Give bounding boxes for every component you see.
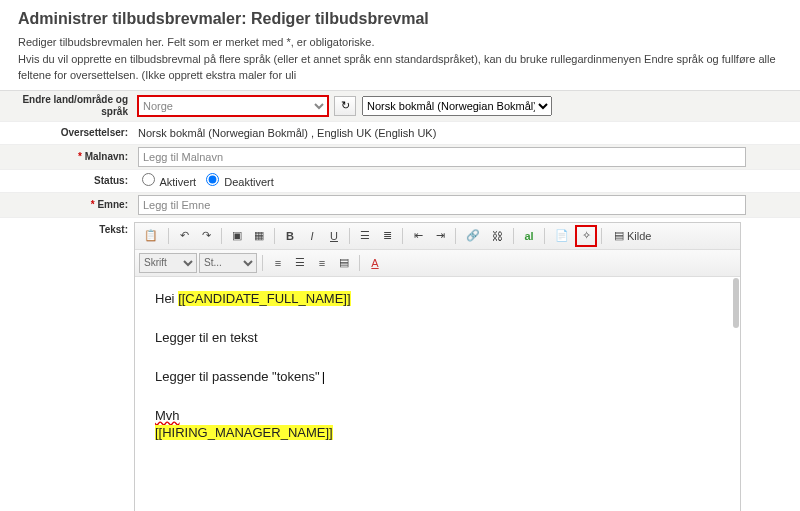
- label-subject: * Emne:: [0, 196, 134, 214]
- outdent-icon[interactable]: ⇤: [408, 226, 428, 246]
- source-button[interactable]: ▤ Kilde: [607, 226, 658, 246]
- font-family-select[interactable]: Skrift: [139, 253, 197, 273]
- underline-icon[interactable]: U: [324, 226, 344, 246]
- insert-token-icon[interactable]: ✧: [576, 226, 596, 246]
- intro-text: Rediger tilbudsbrevmalen her. Felt som e…: [0, 34, 800, 90]
- indent-icon[interactable]: ⇥: [430, 226, 450, 246]
- table-icon[interactable]: ▦: [249, 226, 269, 246]
- spellcheck-icon[interactable]: al: [519, 226, 539, 246]
- row-status: Status: Aktivert Deaktivert: [0, 170, 800, 193]
- token-note-icon[interactable]: 📄: [550, 226, 574, 246]
- body-line-1: Hei [[CANDIDATE_FULL_NAME]]: [155, 291, 720, 306]
- image-icon[interactable]: ▣: [227, 226, 247, 246]
- label-translations: Oversettelser:: [0, 124, 134, 142]
- label-status: Status:: [0, 172, 134, 190]
- token-candidate: [[CANDIDATE_FULL_NAME]]: [178, 291, 350, 306]
- text-color-icon[interactable]: A: [365, 253, 385, 273]
- form-area: Endre land/område og språk Norge ↻ Norsk…: [0, 90, 800, 512]
- row-text: Tekst: 📋 ↶ ↷ ▣ ▦ B I U ☰ ≣: [0, 218, 800, 512]
- malname-input[interactable]: [138, 147, 746, 167]
- align-left-icon[interactable]: ≡: [268, 253, 288, 273]
- bold-icon[interactable]: B: [280, 226, 300, 246]
- label-country: Endre land/område og språk: [0, 91, 134, 121]
- row-country: Endre land/område og språk Norge ↻ Norsk…: [0, 91, 800, 122]
- label-malname: * Malnavn:: [0, 148, 134, 166]
- link-icon[interactable]: 🔗: [461, 226, 485, 246]
- subject-input[interactable]: [138, 195, 746, 215]
- unlink-icon[interactable]: ⛓: [487, 226, 508, 246]
- rich-text-editor: 📋 ↶ ↷ ▣ ▦ B I U ☰ ≣ ⇤ ⇥: [134, 222, 741, 512]
- refresh-language-button[interactable]: ↻: [334, 96, 356, 116]
- paste-icon[interactable]: 📋: [139, 226, 163, 246]
- align-justify-icon[interactable]: ▤: [334, 253, 354, 273]
- align-right-icon[interactable]: ≡: [312, 253, 332, 273]
- source-icon: ▤: [614, 229, 624, 242]
- editor-content[interactable]: Hei [[CANDIDATE_FULL_NAME]] Legger til e…: [135, 277, 740, 512]
- status-activated-radio[interactable]: [142, 173, 155, 186]
- page-title: Administrer tilbudsbrevmaler: Rediger ti…: [0, 0, 800, 34]
- status-deactivated-option[interactable]: Deaktivert: [202, 173, 274, 188]
- status-activated-option[interactable]: Aktivert: [138, 173, 196, 188]
- bulleted-list-icon[interactable]: ≣: [377, 226, 397, 246]
- redo-icon[interactable]: ↷: [196, 226, 216, 246]
- scrollbar[interactable]: [733, 278, 739, 328]
- token-manager: [[HIRING_MANAGER_NAME]]: [155, 425, 333, 440]
- row-subject: * Emne:: [0, 193, 800, 218]
- translations-value: Norsk bokmål (Norwegian Bokmål) , Englis…: [134, 125, 800, 141]
- numbered-list-icon[interactable]: ☰: [355, 226, 375, 246]
- body-line-3: Legger til passende "tokens": [155, 369, 720, 384]
- row-malname: * Malnavn:: [0, 145, 800, 170]
- body-line-5: [[HIRING_MANAGER_NAME]]: [155, 425, 720, 440]
- editor-toolbar-row1: 📋 ↶ ↷ ▣ ▦ B I U ☰ ≣ ⇤ ⇥: [135, 223, 740, 250]
- intro-line-2: Hvis du vil opprette en tilbudsbrevmal p…: [18, 51, 782, 84]
- font-size-select[interactable]: St...: [199, 253, 257, 273]
- editor-toolbar-row2: Skrift St... ≡ ☰ ≡ ▤ A: [135, 250, 740, 277]
- body-line-2: Legger til en tekst: [155, 330, 720, 345]
- italic-icon[interactable]: I: [302, 226, 322, 246]
- undo-icon[interactable]: ↶: [174, 226, 194, 246]
- label-text: Tekst:: [0, 218, 134, 239]
- align-center-icon[interactable]: ☰: [290, 253, 310, 273]
- language-select[interactable]: Norsk bokmål (Norwegian Bokmål): [362, 96, 552, 116]
- intro-line-1: Rediger tilbudsbrevmalen her. Felt som e…: [18, 34, 782, 51]
- row-translations: Oversettelser: Norsk bokmål (Norwegian B…: [0, 122, 800, 145]
- country-select[interactable]: Norge: [138, 96, 328, 116]
- status-deactivated-radio[interactable]: [206, 173, 219, 186]
- body-line-4: Mvh: [155, 408, 720, 423]
